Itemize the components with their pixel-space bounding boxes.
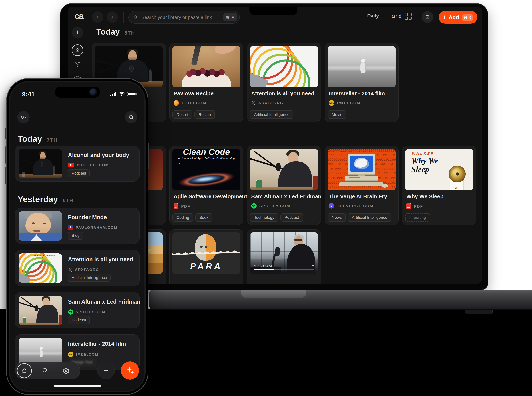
tag-chip[interactable]: Podcast <box>280 213 303 222</box>
search-bar[interactable]: ⌘ F <box>128 11 240 24</box>
sort-label: Daily <box>367 13 379 19</box>
chevron-right-icon <box>110 15 114 19</box>
ai-assistant-button[interactable] <box>121 361 139 380</box>
card-verge[interactable]: 1011010001110110001011011000110110011101… <box>325 146 399 225</box>
bottom-nav <box>15 362 80 379</box>
tag-chip[interactable]: Recipe <box>194 110 215 119</box>
item-source: YOUTUBE.COM <box>68 163 109 167</box>
add-label: Add <box>449 14 459 20</box>
section-date: 8TH <box>125 30 135 36</box>
tag-chip[interactable]: Coding <box>172 213 193 222</box>
add-item-button[interactable]: + <box>97 362 115 379</box>
tag-chip[interactable]: Artificial Intelligence <box>68 274 110 282</box>
list-item-founder-mode[interactable]: Founder Mode PAULGRAHAM.COM Blog <box>15 208 140 244</box>
forward-button[interactable] <box>107 12 118 23</box>
list-item-alcohol[interactable]: Alcohol and your body YOUTUBE.COM Podcas… <box>15 146 140 181</box>
item-title: Alcohol and your body <box>68 152 129 158</box>
view-control[interactable]: Grid <box>391 13 412 20</box>
card-nvidia-video[interactable]: 10:24 / 2:04:30 <box>247 229 321 284</box>
card-image-pavlova <box>172 46 240 87</box>
volume-down-button <box>5 167 6 184</box>
tag-chip[interactable]: News <box>328 213 346 222</box>
card-agile[interactable]: Clean Code A Handbook of Agile Software … <box>169 146 243 225</box>
book-cover-title: Clean Code <box>172 149 240 157</box>
video-timestamp: 10:24 / 2:04:30 <box>254 265 272 268</box>
fullscreen-icon[interactable] <box>312 265 315 268</box>
app-logo: ca <box>74 11 83 21</box>
sidebar-item-graph[interactable] <box>74 60 82 68</box>
nav-home-button[interactable] <box>17 363 32 378</box>
card-domain: PDF <box>414 204 423 209</box>
card-title: Why We Sleep <box>406 193 444 199</box>
nav-ideas-button[interactable] <box>40 366 50 376</box>
spotify-favicon <box>251 203 257 209</box>
item-source: PAULGRAHAM.COM <box>68 225 117 230</box>
tag-chip[interactable]: Technology <box>250 213 278 222</box>
list-item-attention[interactable]: Donella H. Meadows Attention is all you … <box>15 250 140 286</box>
list-item-sam-altman[interactable]: Sam Altman x Led Fridman SPOTIFY.COM Pod… <box>15 292 140 328</box>
tag-chip[interactable]: Podcast <box>68 169 90 177</box>
front-camera <box>89 88 97 96</box>
item-image-attention: Donella H. Meadows <box>18 253 62 283</box>
card-domain: FOOD.COM <box>182 101 206 105</box>
item-domain: YOUTUBE.COM <box>76 163 109 167</box>
home-indicator[interactable] <box>54 384 101 387</box>
tag-chip[interactable]: Artificial Intelligence <box>348 213 391 222</box>
tag-chip[interactable]: Desert <box>172 110 192 119</box>
item-source: IMDb IMDB.COM <box>68 352 98 357</box>
lightbulb-icon <box>41 367 48 374</box>
add-button[interactable]: + Add ⌘ K <box>439 11 477 24</box>
card-source: SPOTIFY.COM <box>251 203 290 209</box>
card-domain: SPOTIFY.COM <box>259 204 290 208</box>
tag-chip[interactable]: Blog <box>68 232 83 239</box>
item-domain: PAULGRAHAM.COM <box>76 226 117 230</box>
sidebar-item-home[interactable] <box>72 44 83 56</box>
book-cover-subtitle: A Handbook of Agile Software Craftsmansh… <box>172 157 240 160</box>
search-button[interactable] <box>125 111 137 123</box>
section-header: Today 7TH <box>18 134 57 144</box>
compose-button[interactable] <box>422 11 433 23</box>
search-input[interactable] <box>141 15 220 20</box>
tag-chip[interactable]: Artificial Intelligence <box>250 110 293 119</box>
card-title: Pavlova Recipe <box>174 90 214 97</box>
card-attention[interactable]: Attention is all you need ARXIV.ORG Arti… <box>247 43 321 122</box>
section-title: Today <box>96 27 120 36</box>
plus-icon: + <box>103 365 109 376</box>
item-title: Interstellar - 2014 film <box>68 341 126 347</box>
status-time: 9:41 <box>22 91 35 98</box>
card-domain: THEVERGE.COM <box>337 204 373 208</box>
card-sleep[interactable]: WALKER Why We Sleep The Why We Sleep PDF… <box>402 146 476 225</box>
arrow-down-icon: ↓ <box>382 13 384 19</box>
book-cover-author: Donella H. Meadows <box>32 255 58 257</box>
section-header: Today 8TH <box>96 27 135 36</box>
home-icon <box>75 47 80 53</box>
video-progress-bar[interactable] <box>254 269 315 270</box>
card-image-para: PARA <box>172 233 240 274</box>
stage: ca ⌘ F Daily ↓ Grid + <box>0 0 532 396</box>
nav-settings-button[interactable] <box>61 366 71 376</box>
section-date: 6TH <box>63 198 74 203</box>
sort-control[interactable]: Daily ↓ <box>367 13 384 19</box>
card-interstellar[interactable]: Interstellar - 2014 film IMDb IMDB.COM M… <box>325 43 399 122</box>
tag-icon <box>20 115 27 120</box>
tag-chip[interactable]: Book <box>195 213 212 222</box>
card-pavlova[interactable]: Pavlova Recipe FOOD.COM Desert Recipe <box>169 43 243 122</box>
card-image-cleancode: Clean Code A Handbook of Agile Software … <box>172 149 240 191</box>
volume-up-button <box>5 146 6 163</box>
nav-divider <box>56 366 56 376</box>
card-source: V THEVERGE.COM <box>329 203 373 209</box>
tag-chip[interactable]: Podcast <box>68 316 90 324</box>
item-domain: ARXIV.ORG <box>75 268 99 272</box>
laptop-camera-notch <box>249 6 297 15</box>
signal-icon <box>110 92 116 96</box>
tag-chip[interactable]: Movie <box>328 110 346 119</box>
sidebar-new-button[interactable]: + <box>72 27 83 38</box>
tags-button[interactable] <box>17 111 30 123</box>
card-para[interactable]: PARA <box>169 229 243 284</box>
topbar-divider <box>123 12 124 23</box>
battery-icon <box>127 92 136 96</box>
card-sam-altman[interactable]: Sam Altman x Led Fridman SPOTIFY.COM Tec… <box>247 146 321 225</box>
item-source: ARXIV.ORG <box>68 267 99 272</box>
back-button[interactable] <box>92 12 103 23</box>
section-title: Yesterday <box>18 194 58 204</box>
